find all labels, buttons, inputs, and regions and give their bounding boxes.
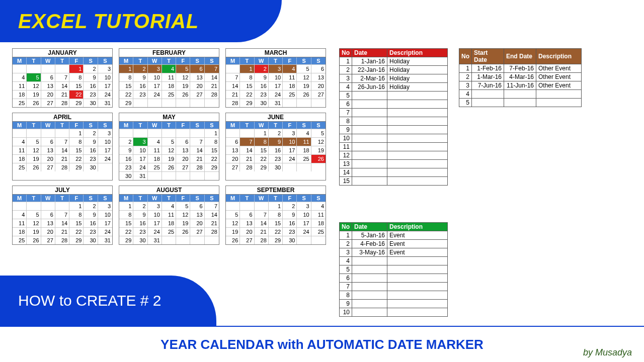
table-cell xyxy=(472,90,504,99)
day-cell: 3 xyxy=(283,129,297,137)
dow-cell: T xyxy=(240,57,254,64)
table-cell: 1 xyxy=(340,231,352,240)
day-cell: 4 xyxy=(297,129,311,137)
day-cell: 31 xyxy=(98,99,112,107)
day-cell: 24 xyxy=(269,90,283,99)
day-cell: 20 xyxy=(190,81,204,90)
table-cell: 7-Jun-16 xyxy=(472,81,504,90)
day-cell: 29 xyxy=(119,236,133,244)
dow-cell: T xyxy=(133,57,147,64)
day-cell: 12 xyxy=(27,219,41,227)
day-cell: 26 xyxy=(311,154,326,163)
table-cell: 9 xyxy=(340,126,352,134)
table-cell: 7 xyxy=(340,283,352,291)
table-cell xyxy=(352,308,387,317)
day-cell: 8 xyxy=(69,73,84,81)
dow-cell: S xyxy=(311,57,326,64)
table-header: No xyxy=(340,223,352,231)
day-cell: 5 xyxy=(176,202,190,210)
day-cell: 4 xyxy=(162,202,176,210)
dow-cell: S xyxy=(84,57,98,64)
dow-cell: S xyxy=(98,122,112,129)
day-cell: 4 xyxy=(311,202,326,210)
month-february: FEBRUARYMTWTFSS1234567891011121314151617… xyxy=(119,48,219,108)
day-cell: 23 xyxy=(133,90,147,99)
table-row: 7 xyxy=(340,109,448,117)
day-cell: 22 xyxy=(205,154,219,163)
table-cell: 12 xyxy=(340,151,352,160)
day-cell: 14 xyxy=(240,146,254,154)
day-cell: 9 xyxy=(84,137,98,146)
table-cell: 5 xyxy=(340,265,352,274)
subtitle-pill: HOW to CREATE # 2 xyxy=(0,276,216,326)
table-cell xyxy=(352,274,387,283)
day-cell: 14 xyxy=(205,73,219,81)
day-cell: 7 xyxy=(55,73,69,81)
day-cell: 22 xyxy=(255,154,269,163)
day-cell xyxy=(311,163,326,171)
day-cell: 11 xyxy=(13,81,27,90)
dow-cell: M xyxy=(119,195,133,202)
day-cell: 24 xyxy=(297,227,311,236)
table-cell: 26-Jun-16 xyxy=(352,83,387,92)
day-cell xyxy=(283,163,297,171)
day-cell: 30 xyxy=(84,163,98,171)
month-july: JULYMTWTFSS12345678910111213141516171819… xyxy=(12,186,113,245)
dow-cell: M xyxy=(226,195,240,202)
day-cell: 1 xyxy=(269,202,283,210)
day-cell: 18 xyxy=(311,219,326,227)
day-cell: 12 xyxy=(226,219,240,227)
table-cell: 11-Jun-16 xyxy=(504,81,536,90)
table-cell xyxy=(387,177,448,186)
footer-title: YEAR CALENDAR with AUTOMATIC DATE MARKER xyxy=(160,337,484,352)
day-cell: 5 xyxy=(176,64,190,73)
table-cell xyxy=(352,134,387,143)
table-cell xyxy=(352,300,387,308)
table-cell: 4 xyxy=(340,257,352,265)
table-cell xyxy=(387,308,448,317)
dow-cell: W xyxy=(255,195,269,202)
dow-cell: T xyxy=(55,122,69,129)
dow-cell: W xyxy=(148,195,162,202)
table-cell: 1 xyxy=(459,64,472,73)
day-cell: 7 xyxy=(226,73,240,81)
table-row: 12 xyxy=(340,151,448,160)
dow-cell: T xyxy=(55,195,69,202)
day-cell: 25 xyxy=(13,163,27,171)
day-cell: 31 xyxy=(98,236,112,244)
day-cell: 9 xyxy=(133,210,147,219)
day-cell: 17 xyxy=(98,81,112,90)
day-cell xyxy=(205,236,219,244)
dow-cell: T xyxy=(27,57,41,64)
day-cell xyxy=(13,64,27,73)
day-cell: 30 xyxy=(133,236,147,244)
day-cell: 5 xyxy=(27,137,41,146)
day-cell: 2 xyxy=(84,64,98,73)
day-cell: 19 xyxy=(311,146,326,154)
day-cell xyxy=(240,129,254,137)
day-cell xyxy=(226,202,240,210)
day-cell: 20 xyxy=(226,154,240,163)
day-cell: 17 xyxy=(98,146,112,154)
day-cell: 10 xyxy=(269,73,283,81)
day-cell xyxy=(162,129,176,137)
day-cell: 11 xyxy=(162,73,176,81)
table-cell xyxy=(352,92,387,100)
day-cell: 16 xyxy=(255,81,269,90)
day-cell: 24 xyxy=(98,154,112,163)
dow-cell: S xyxy=(84,122,98,129)
day-cell: 5 xyxy=(297,64,311,73)
table-cell xyxy=(387,143,448,151)
day-cell: 15 xyxy=(119,219,133,227)
dow-cell: S xyxy=(297,57,311,64)
day-cell: 3 xyxy=(148,64,162,73)
day-cell: 20 xyxy=(190,219,204,227)
table-cell xyxy=(387,126,448,134)
day-cell: 5 xyxy=(27,73,41,81)
table-cell xyxy=(504,90,536,99)
table-row: 4 xyxy=(340,257,448,265)
dow-cell: T xyxy=(162,195,176,202)
table-cell: 1 xyxy=(340,57,352,66)
day-cell: 18 xyxy=(162,219,176,227)
table-header: Description xyxy=(387,49,448,57)
